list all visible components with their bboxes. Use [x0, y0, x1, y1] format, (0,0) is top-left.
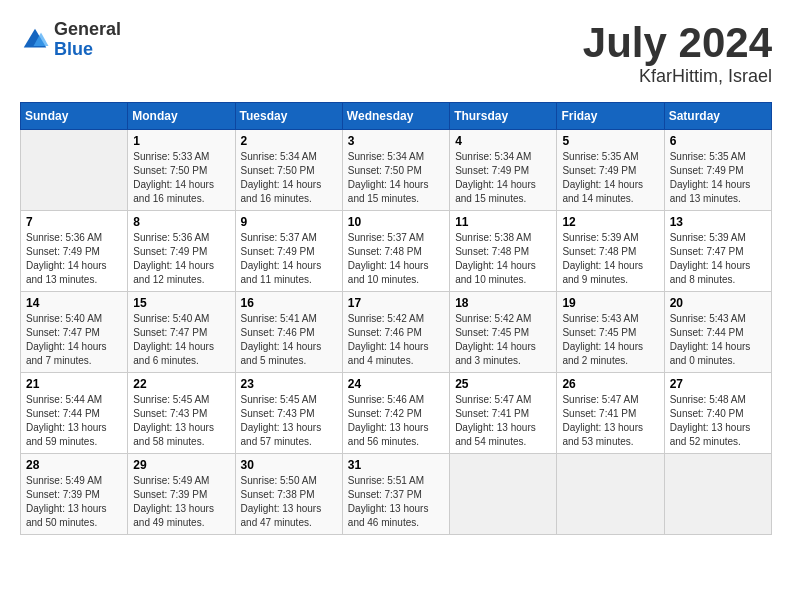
calendar-cell: 31Sunrise: 5:51 AM Sunset: 7:37 PM Dayli… [342, 454, 449, 535]
day-info: Sunrise: 5:34 AM Sunset: 7:50 PM Dayligh… [348, 150, 444, 206]
day-number: 31 [348, 458, 444, 472]
header-day-sunday: Sunday [21, 103, 128, 130]
calendar-cell: 27Sunrise: 5:48 AM Sunset: 7:40 PM Dayli… [664, 373, 771, 454]
calendar-cell: 3Sunrise: 5:34 AM Sunset: 7:50 PM Daylig… [342, 130, 449, 211]
day-info: Sunrise: 5:34 AM Sunset: 7:49 PM Dayligh… [455, 150, 551, 206]
week-row-0: 1Sunrise: 5:33 AM Sunset: 7:50 PM Daylig… [21, 130, 772, 211]
day-number: 18 [455, 296, 551, 310]
location-title: KfarHittim, Israel [583, 66, 772, 87]
day-number: 24 [348, 377, 444, 391]
day-info: Sunrise: 5:39 AM Sunset: 7:47 PM Dayligh… [670, 231, 766, 287]
day-info: Sunrise: 5:49 AM Sunset: 7:39 PM Dayligh… [26, 474, 122, 530]
day-number: 6 [670, 134, 766, 148]
day-info: Sunrise: 5:40 AM Sunset: 7:47 PM Dayligh… [26, 312, 122, 368]
week-row-3: 21Sunrise: 5:44 AM Sunset: 7:44 PM Dayli… [21, 373, 772, 454]
calendar-cell: 24Sunrise: 5:46 AM Sunset: 7:42 PM Dayli… [342, 373, 449, 454]
logo: General Blue [20, 20, 121, 60]
calendar-cell: 30Sunrise: 5:50 AM Sunset: 7:38 PM Dayli… [235, 454, 342, 535]
day-info: Sunrise: 5:42 AM Sunset: 7:46 PM Dayligh… [348, 312, 444, 368]
day-number: 20 [670, 296, 766, 310]
calendar-cell: 8Sunrise: 5:36 AM Sunset: 7:49 PM Daylig… [128, 211, 235, 292]
day-number: 30 [241, 458, 337, 472]
day-info: Sunrise: 5:45 AM Sunset: 7:43 PM Dayligh… [133, 393, 229, 449]
header-day-friday: Friday [557, 103, 664, 130]
day-info: Sunrise: 5:36 AM Sunset: 7:49 PM Dayligh… [26, 231, 122, 287]
header-day-monday: Monday [128, 103, 235, 130]
header-row: SundayMondayTuesdayWednesdayThursdayFrid… [21, 103, 772, 130]
day-number: 4 [455, 134, 551, 148]
calendar-cell: 18Sunrise: 5:42 AM Sunset: 7:45 PM Dayli… [450, 292, 557, 373]
calendar-cell: 25Sunrise: 5:47 AM Sunset: 7:41 PM Dayli… [450, 373, 557, 454]
calendar-cell: 29Sunrise: 5:49 AM Sunset: 7:39 PM Dayli… [128, 454, 235, 535]
calendar-cell: 26Sunrise: 5:47 AM Sunset: 7:41 PM Dayli… [557, 373, 664, 454]
day-info: Sunrise: 5:36 AM Sunset: 7:49 PM Dayligh… [133, 231, 229, 287]
day-number: 13 [670, 215, 766, 229]
header-day-thursday: Thursday [450, 103, 557, 130]
calendar-cell: 1Sunrise: 5:33 AM Sunset: 7:50 PM Daylig… [128, 130, 235, 211]
day-number: 8 [133, 215, 229, 229]
calendar-cell: 2Sunrise: 5:34 AM Sunset: 7:50 PM Daylig… [235, 130, 342, 211]
day-number: 26 [562, 377, 658, 391]
calendar-cell: 19Sunrise: 5:43 AM Sunset: 7:45 PM Dayli… [557, 292, 664, 373]
header-day-saturday: Saturday [664, 103, 771, 130]
day-info: Sunrise: 5:47 AM Sunset: 7:41 PM Dayligh… [562, 393, 658, 449]
calendar-cell: 13Sunrise: 5:39 AM Sunset: 7:47 PM Dayli… [664, 211, 771, 292]
day-info: Sunrise: 5:43 AM Sunset: 7:44 PM Dayligh… [670, 312, 766, 368]
day-number: 5 [562, 134, 658, 148]
calendar-cell [21, 130, 128, 211]
page-header: General Blue July 2024 KfarHittim, Israe… [20, 20, 772, 87]
day-info: Sunrise: 5:51 AM Sunset: 7:37 PM Dayligh… [348, 474, 444, 530]
day-number: 25 [455, 377, 551, 391]
day-info: Sunrise: 5:37 AM Sunset: 7:49 PM Dayligh… [241, 231, 337, 287]
week-row-1: 7Sunrise: 5:36 AM Sunset: 7:49 PM Daylig… [21, 211, 772, 292]
day-info: Sunrise: 5:39 AM Sunset: 7:48 PM Dayligh… [562, 231, 658, 287]
calendar-cell: 5Sunrise: 5:35 AM Sunset: 7:49 PM Daylig… [557, 130, 664, 211]
calendar-cell: 22Sunrise: 5:45 AM Sunset: 7:43 PM Dayli… [128, 373, 235, 454]
day-info: Sunrise: 5:48 AM Sunset: 7:40 PM Dayligh… [670, 393, 766, 449]
day-number: 23 [241, 377, 337, 391]
day-info: Sunrise: 5:35 AM Sunset: 7:49 PM Dayligh… [562, 150, 658, 206]
day-number: 15 [133, 296, 229, 310]
logo-blue: Blue [54, 40, 121, 60]
day-info: Sunrise: 5:35 AM Sunset: 7:49 PM Dayligh… [670, 150, 766, 206]
day-number: 11 [455, 215, 551, 229]
logo-general: General [54, 20, 121, 40]
day-info: Sunrise: 5:43 AM Sunset: 7:45 PM Dayligh… [562, 312, 658, 368]
calendar-cell: 21Sunrise: 5:44 AM Sunset: 7:44 PM Dayli… [21, 373, 128, 454]
day-number: 16 [241, 296, 337, 310]
day-info: Sunrise: 5:37 AM Sunset: 7:48 PM Dayligh… [348, 231, 444, 287]
title-block: July 2024 KfarHittim, Israel [583, 20, 772, 87]
calendar-cell: 10Sunrise: 5:37 AM Sunset: 7:48 PM Dayli… [342, 211, 449, 292]
calendar-cell: 6Sunrise: 5:35 AM Sunset: 7:49 PM Daylig… [664, 130, 771, 211]
calendar-cell: 14Sunrise: 5:40 AM Sunset: 7:47 PM Dayli… [21, 292, 128, 373]
day-info: Sunrise: 5:44 AM Sunset: 7:44 PM Dayligh… [26, 393, 122, 449]
day-info: Sunrise: 5:41 AM Sunset: 7:46 PM Dayligh… [241, 312, 337, 368]
day-number: 17 [348, 296, 444, 310]
day-number: 21 [26, 377, 122, 391]
calendar-cell: 16Sunrise: 5:41 AM Sunset: 7:46 PM Dayli… [235, 292, 342, 373]
day-info: Sunrise: 5:49 AM Sunset: 7:39 PM Dayligh… [133, 474, 229, 530]
header-day-wednesday: Wednesday [342, 103, 449, 130]
header-day-tuesday: Tuesday [235, 103, 342, 130]
day-info: Sunrise: 5:33 AM Sunset: 7:50 PM Dayligh… [133, 150, 229, 206]
week-row-4: 28Sunrise: 5:49 AM Sunset: 7:39 PM Dayli… [21, 454, 772, 535]
day-number: 28 [26, 458, 122, 472]
day-number: 22 [133, 377, 229, 391]
day-number: 2 [241, 134, 337, 148]
calendar-cell: 9Sunrise: 5:37 AM Sunset: 7:49 PM Daylig… [235, 211, 342, 292]
day-info: Sunrise: 5:50 AM Sunset: 7:38 PM Dayligh… [241, 474, 337, 530]
day-number: 12 [562, 215, 658, 229]
day-info: Sunrise: 5:38 AM Sunset: 7:48 PM Dayligh… [455, 231, 551, 287]
day-number: 9 [241, 215, 337, 229]
calendar-cell: 20Sunrise: 5:43 AM Sunset: 7:44 PM Dayli… [664, 292, 771, 373]
calendar-cell [450, 454, 557, 535]
day-number: 19 [562, 296, 658, 310]
week-row-2: 14Sunrise: 5:40 AM Sunset: 7:47 PM Dayli… [21, 292, 772, 373]
day-number: 3 [348, 134, 444, 148]
calendar-cell: 12Sunrise: 5:39 AM Sunset: 7:48 PM Dayli… [557, 211, 664, 292]
day-info: Sunrise: 5:46 AM Sunset: 7:42 PM Dayligh… [348, 393, 444, 449]
logo-icon [20, 25, 50, 55]
calendar-cell: 17Sunrise: 5:42 AM Sunset: 7:46 PM Dayli… [342, 292, 449, 373]
calendar-cell [664, 454, 771, 535]
day-info: Sunrise: 5:42 AM Sunset: 7:45 PM Dayligh… [455, 312, 551, 368]
